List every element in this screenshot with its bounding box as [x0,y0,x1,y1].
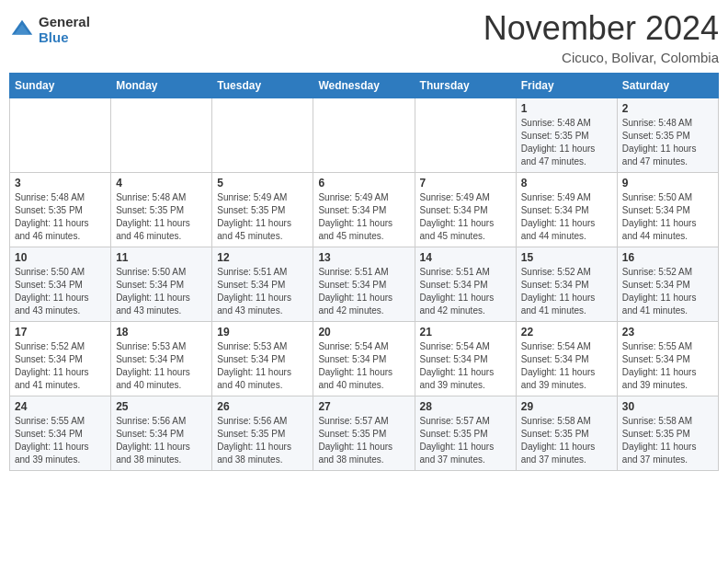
day-number: 20 [318,326,409,339]
calendar-cell: 9Sunrise: 5:50 AM Sunset: 5:34 PM Daylig… [617,173,718,247]
cell-content: Sunrise: 5:58 AM Sunset: 5:35 PM Dayligh… [521,415,612,466]
day-number: 23 [622,326,713,339]
calendar-cell: 19Sunrise: 5:53 AM Sunset: 5:34 PM Dayli… [212,322,313,396]
day-number: 29 [521,400,612,413]
day-number: 12 [217,251,308,264]
day-number: 9 [622,177,713,190]
cell-content: Sunrise: 5:55 AM Sunset: 5:34 PM Dayligh… [15,415,106,466]
day-number: 4 [116,177,207,190]
cell-content: Sunrise: 5:55 AM Sunset: 5:34 PM Dayligh… [622,340,713,392]
day-header-tuesday: Tuesday [212,74,313,98]
cell-content: Sunrise: 5:56 AM Sunset: 5:34 PM Dayligh… [116,415,207,466]
title-block: November 2024 Cicuco, Bolivar, Colombia [483,9,719,65]
calendar-cell: 7Sunrise: 5:49 AM Sunset: 5:34 PM Daylig… [415,173,516,247]
day-number: 22 [521,326,612,339]
cell-content: Sunrise: 5:53 AM Sunset: 5:34 PM Dayligh… [217,340,308,392]
calendar-body: 1Sunrise: 5:48 AM Sunset: 5:35 PM Daylig… [10,98,719,471]
calendar-cell: 24Sunrise: 5:55 AM Sunset: 5:34 PM Dayli… [10,396,111,471]
day-number: 21 [420,326,511,339]
day-number: 24 [15,400,106,413]
calendar-cell: 5Sunrise: 5:49 AM Sunset: 5:35 PM Daylig… [212,173,313,247]
cell-content: Sunrise: 5:50 AM Sunset: 5:34 PM Dayligh… [116,266,207,317]
day-number: 11 [116,251,207,264]
calendar-cell: 21Sunrise: 5:54 AM Sunset: 5:34 PM Dayli… [415,322,516,396]
cell-content: Sunrise: 5:48 AM Sunset: 5:35 PM Dayligh… [622,117,713,168]
week-row-2: 3Sunrise: 5:48 AM Sunset: 5:35 PM Daylig… [10,173,719,247]
week-row-3: 10Sunrise: 5:50 AM Sunset: 5:34 PM Dayli… [10,247,719,322]
day-number: 28 [420,400,511,413]
calendar-cell: 20Sunrise: 5:54 AM Sunset: 5:34 PM Dayli… [313,322,415,396]
calendar-cell: 17Sunrise: 5:52 AM Sunset: 5:34 PM Dayli… [10,322,111,396]
day-header-monday: Monday [111,74,212,98]
logo: General Blue [9,15,90,45]
calendar-cell [111,98,212,173]
day-number: 18 [116,326,207,339]
day-header-thursday: Thursday [415,74,516,98]
logo-line1: General [39,15,90,30]
location: Cicuco, Bolivar, Colombia [483,50,719,65]
calendar-cell [415,98,516,173]
calendar-cell: 25Sunrise: 5:56 AM Sunset: 5:34 PM Dayli… [111,396,212,471]
day-number: 15 [521,251,612,264]
day-number: 27 [318,400,409,413]
cell-content: Sunrise: 5:58 AM Sunset: 5:35 PM Dayligh… [622,415,713,466]
calendar-cell: 27Sunrise: 5:57 AM Sunset: 5:35 PM Dayli… [313,396,415,471]
calendar-cell [313,98,415,173]
cell-content: Sunrise: 5:49 AM Sunset: 5:34 PM Dayligh… [420,191,511,243]
calendar-cell: 2Sunrise: 5:48 AM Sunset: 5:35 PM Daylig… [617,98,718,173]
day-number: 2 [622,102,713,115]
day-number: 8 [521,177,612,190]
cell-content: Sunrise: 5:51 AM Sunset: 5:34 PM Dayligh… [420,266,511,317]
calendar-table: SundayMondayTuesdayWednesdayThursdayFrid… [9,73,719,471]
day-number: 1 [521,102,612,115]
day-number: 6 [318,177,409,190]
calendar-cell [212,98,313,173]
day-number: 17 [15,326,106,339]
cell-content: Sunrise: 5:48 AM Sunset: 5:35 PM Dayligh… [15,191,106,243]
calendar-cell: 30Sunrise: 5:58 AM Sunset: 5:35 PM Dayli… [617,396,718,471]
calendar-cell: 29Sunrise: 5:58 AM Sunset: 5:35 PM Dayli… [516,396,617,471]
cell-content: Sunrise: 5:54 AM Sunset: 5:34 PM Dayligh… [318,340,409,392]
header-row: SundayMondayTuesdayWednesdayThursdayFrid… [10,74,719,98]
cell-content: Sunrise: 5:48 AM Sunset: 5:35 PM Dayligh… [521,117,612,168]
cell-content: Sunrise: 5:52 AM Sunset: 5:34 PM Dayligh… [521,266,612,317]
cell-content: Sunrise: 5:57 AM Sunset: 5:35 PM Dayligh… [318,415,409,466]
day-number: 16 [622,251,713,264]
cell-content: Sunrise: 5:52 AM Sunset: 5:34 PM Dayligh… [622,266,713,317]
day-number: 25 [116,400,207,413]
day-number: 30 [622,400,713,413]
day-header-sunday: Sunday [10,74,111,98]
cell-content: Sunrise: 5:48 AM Sunset: 5:35 PM Dayligh… [116,191,207,243]
calendar-header: SundayMondayTuesdayWednesdayThursdayFrid… [10,74,719,98]
cell-content: Sunrise: 5:49 AM Sunset: 5:34 PM Dayligh… [521,191,612,243]
cell-content: Sunrise: 5:51 AM Sunset: 5:34 PM Dayligh… [217,266,308,317]
day-number: 14 [420,251,511,264]
calendar-cell: 8Sunrise: 5:49 AM Sunset: 5:34 PM Daylig… [516,173,617,247]
calendar-cell: 1Sunrise: 5:48 AM Sunset: 5:35 PM Daylig… [516,98,617,173]
day-header-saturday: Saturday [617,74,718,98]
calendar-cell: 6Sunrise: 5:49 AM Sunset: 5:34 PM Daylig… [313,173,415,247]
cell-content: Sunrise: 5:56 AM Sunset: 5:35 PM Dayligh… [217,415,308,466]
cell-content: Sunrise: 5:54 AM Sunset: 5:34 PM Dayligh… [420,340,511,392]
calendar-cell: 26Sunrise: 5:56 AM Sunset: 5:35 PM Dayli… [212,396,313,471]
logo-icon [9,17,35,43]
month-title: November 2024 [483,9,719,48]
day-header-wednesday: Wednesday [313,74,415,98]
day-number: 7 [420,177,511,190]
logo-line2: Blue [39,30,90,46]
calendar-cell: 22Sunrise: 5:54 AM Sunset: 5:34 PM Dayli… [516,322,617,396]
logo-text: General Blue [39,15,90,45]
cell-content: Sunrise: 5:52 AM Sunset: 5:34 PM Dayligh… [15,340,106,392]
calendar-cell [10,98,111,173]
calendar-cell: 11Sunrise: 5:50 AM Sunset: 5:34 PM Dayli… [111,247,212,322]
calendar-cell: 15Sunrise: 5:52 AM Sunset: 5:34 PM Dayli… [516,247,617,322]
cell-content: Sunrise: 5:57 AM Sunset: 5:35 PM Dayligh… [420,415,511,466]
week-row-4: 17Sunrise: 5:52 AM Sunset: 5:34 PM Dayli… [10,322,719,396]
day-number: 5 [217,177,308,190]
cell-content: Sunrise: 5:53 AM Sunset: 5:34 PM Dayligh… [116,340,207,392]
week-row-1: 1Sunrise: 5:48 AM Sunset: 5:35 PM Daylig… [10,98,719,173]
calendar-cell: 16Sunrise: 5:52 AM Sunset: 5:34 PM Dayli… [617,247,718,322]
calendar-cell: 18Sunrise: 5:53 AM Sunset: 5:34 PM Dayli… [111,322,212,396]
day-number: 10 [15,251,106,264]
calendar-cell: 13Sunrise: 5:51 AM Sunset: 5:34 PM Dayli… [313,247,415,322]
